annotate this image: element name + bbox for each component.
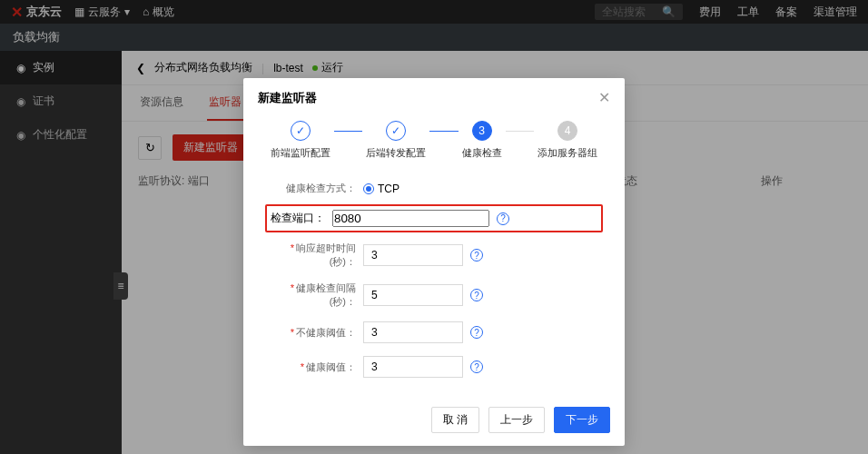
check-icon (386, 121, 406, 141)
step-1[interactable]: 前端监听配置 (271, 121, 330, 160)
port-label: 检查端口： (271, 211, 325, 226)
radio-label: TCP (378, 183, 399, 195)
step-number: 4 (557, 121, 577, 141)
step-3[interactable]: 3健康检查 (462, 121, 502, 160)
prev-button[interactable]: 上一步 (488, 407, 545, 433)
port-row-highlight: 检查端口： ? (265, 204, 603, 232)
new-listener-modal: 新建监听器 ✕ 前端监听配置 后端转发配置 3健康检查 4添加服务器组 健康检查… (243, 78, 625, 446)
modal-title: 新建监听器 (258, 90, 317, 106)
help-icon[interactable]: ? (470, 326, 483, 339)
interval-label: 健康检查间隔(秒)： (265, 281, 356, 309)
healthy-input[interactable] (363, 356, 463, 378)
health-check-form: 健康检查方式： TCP 检查端口： ? 响应超时时间(秒)： ? 健康检查间隔(… (243, 169, 625, 394)
step-2[interactable]: 后端转发配置 (366, 121, 426, 160)
method-label: 健康检查方式： (265, 182, 356, 195)
help-icon[interactable]: ? (470, 249, 483, 262)
step-label: 前端监听配置 (271, 146, 330, 160)
step-label: 健康检查 (462, 146, 502, 160)
cancel-button[interactable]: 取 消 (431, 407, 479, 433)
step-number: 3 (472, 121, 492, 141)
step-label: 添加服务器组 (538, 146, 597, 160)
check-icon (291, 121, 311, 141)
help-icon[interactable]: ? (470, 289, 483, 301)
method-radio-tcp[interactable]: TCP (363, 183, 399, 195)
unhealthy-input[interactable] (363, 321, 463, 343)
healthy-label: 健康阈值： (265, 360, 356, 374)
port-input[interactable] (332, 210, 489, 227)
next-button[interactable]: 下一步 (554, 407, 610, 433)
step-label: 后端转发配置 (366, 146, 426, 160)
interval-input[interactable] (363, 284, 463, 306)
modal-footer: 取 消 上一步 下一步 (243, 394, 625, 446)
help-icon[interactable]: ? (497, 212, 509, 225)
help-icon[interactable]: ? (470, 360, 483, 373)
step-4[interactable]: 4添加服务器组 (538, 121, 597, 160)
close-icon[interactable]: ✕ (598, 89, 610, 106)
timeout-label: 响应超时时间(秒)： (265, 242, 356, 269)
unhealthy-label: 不健康阈值： (265, 326, 356, 340)
steps: 前端监听配置 后端转发配置 3健康检查 4添加服务器组 (243, 117, 625, 169)
timeout-input[interactable] (363, 244, 463, 266)
radio-dot-icon (363, 183, 374, 194)
